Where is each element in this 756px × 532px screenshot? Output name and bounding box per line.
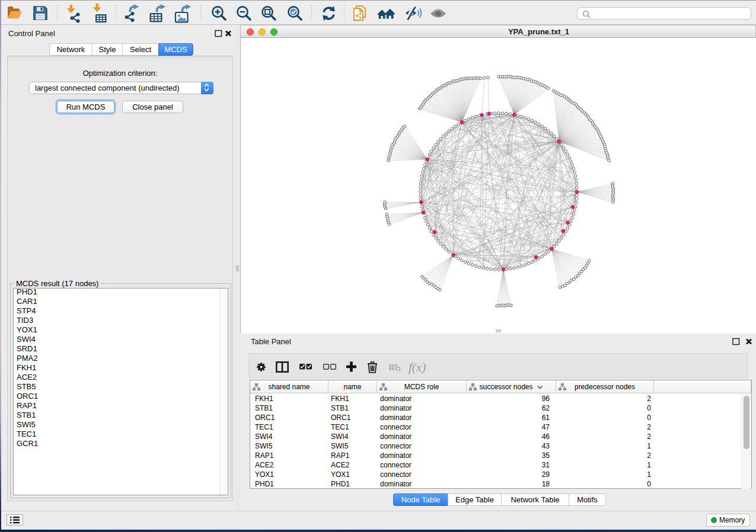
svg-text:f(x): f(x) [409, 360, 426, 374]
